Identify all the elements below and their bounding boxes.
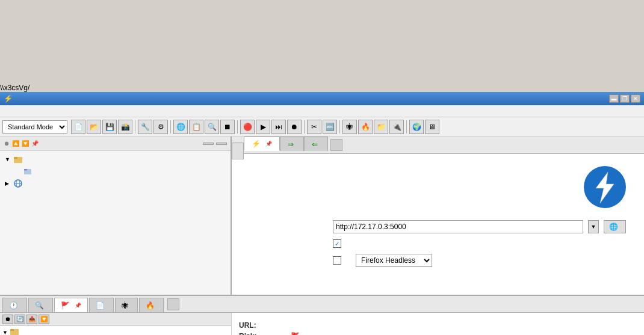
scan-policy-btn[interactable]: 📋 — [189, 120, 203, 134]
spider-btn[interactable]: 🕷 — [342, 120, 357, 134]
tab-active-scan[interactable]: 🔥 — [139, 298, 164, 312]
alert-detail-panel: URL: Risk: 🚩 Confidence: Parameter: — [232, 313, 644, 335]
active-scan-btn[interactable]: 🔍 — [205, 120, 219, 134]
sites-circle-btn[interactable]: ⏺ — [4, 140, 10, 147]
tab-quick-start[interactable]: ⚡ 📌 — [244, 137, 280, 151]
toolbar-sep-5 — [339, 120, 340, 134]
alerts-folder-icon — [10, 327, 19, 335]
browser-dropdown[interactable]: Firefox Headless Chrome Headless Firefox… — [356, 254, 432, 267]
url-row: ▼ 🌐 — [250, 220, 626, 233]
encode-btn[interactable]: 🔤 — [323, 120, 337, 134]
select-btn[interactable]: 🌐 — [604, 220, 626, 233]
tab-response[interactable]: ⇐ — [304, 137, 328, 151]
ajax-spider-btn[interactable]: 🔥 — [358, 120, 373, 134]
manual-explore-btn[interactable]: 🌐 — [173, 120, 188, 134]
close-button[interactable]: ✕ — [631, 94, 640, 103]
spider-icon: 🕷 — [122, 301, 129, 310]
menu-help[interactable] — [60, 110, 67, 112]
sites-globe-icon — [13, 179, 23, 188]
bottom-content: ⏺ 🔄 📤 🔽 ▼ — [0, 313, 644, 335]
tab-request[interactable]: ⇒ — [280, 137, 304, 151]
alerts-filter-btn[interactable]: 🔽 — [39, 315, 49, 324]
new-session-btn[interactable]: 📄 — [71, 120, 85, 134]
tab-output[interactable]: 📄 — [89, 298, 114, 312]
main-toolbar: Standard Mode Safe Mode Protected Mode A… — [0, 117, 644, 137]
tree-sites-group[interactable]: ▶ — [2, 177, 228, 189]
contexts-folder-icon — [13, 155, 23, 164]
tab-spider[interactable]: 🕷 — [115, 298, 138, 312]
continue-btn[interactable]: ▶ — [256, 120, 270, 134]
break-btn[interactable]: 🔴 — [240, 120, 255, 134]
sites-collapse-btn[interactable]: 🔽 — [22, 140, 29, 147]
quick-start-pin-icon: 📌 — [265, 141, 272, 147]
active-scan-icon: 🔥 — [146, 301, 155, 310]
sites-dock-btn[interactable]: 📌 — [31, 140, 39, 147]
detail-url-label: URL: — [239, 321, 287, 330]
alerts-group-header[interactable]: ▼ — [0, 326, 231, 335]
maximize-button[interactable]: ❐ — [620, 94, 630, 103]
alerts-export-btn[interactable]: 📤 — [26, 315, 37, 324]
svg-rect-10 — [10, 329, 14, 331]
quick-start-icon: ⚡ — [252, 140, 261, 148]
url-dropdown-btn[interactable]: ▼ — [588, 220, 599, 233]
bottom-section: 🕐 🔍 🚩 📌 📄 🕷 🔥 — [0, 295, 644, 335]
alerts-group-arrow: ▼ — [2, 330, 8, 336]
menu-analyse[interactable] — [24, 110, 31, 112]
bottom-tabs-add-btn[interactable] — [167, 298, 179, 310]
detail-url-value — [291, 321, 637, 330]
forced-browse-btn[interactable]: 📁 — [374, 120, 388, 134]
title-bar-controls[interactable]: ▬ ❐ ✕ — [609, 94, 640, 103]
ajax-spider-checkbox[interactable] — [333, 256, 341, 265]
select-globe-icon: 🌐 — [609, 223, 618, 231]
url-input[interactable] — [333, 220, 583, 233]
traditional-spider-checkbox[interactable] — [333, 239, 341, 248]
tree-default-context[interactable] — [2, 165, 228, 177]
tab-history[interactable]: 🕐 — [2, 298, 27, 312]
open-session-btn[interactable]: 📂 — [87, 120, 101, 134]
hud-btn[interactable]: 🖥 — [425, 120, 439, 134]
toolbar-sep-2 — [170, 120, 171, 134]
menu-import[interactable] — [46, 110, 53, 112]
minimize-button[interactable]: ▬ — [609, 94, 619, 103]
sites-expand-btn[interactable]: 🔼 — [12, 140, 19, 147]
menu-report[interactable] — [31, 110, 39, 112]
tab-alerts[interactable]: 🚩 📌 — [54, 298, 88, 312]
menu-file[interactable] — [2, 110, 10, 112]
browser-btn[interactable]: 🌍 — [409, 120, 424, 134]
alerts-refresh-btn[interactable]: 🔄 — [14, 315, 25, 324]
alerts-flag-icon: 🚩 — [61, 301, 70, 310]
tree-contexts-group[interactable]: ▼ — [2, 153, 228, 165]
disable-break-btn[interactable]: ⏺ — [287, 120, 302, 134]
scan-content-area: ▼ 🌐 Firefox Headless Chr — [232, 154, 644, 295]
stop-btn[interactable]: ⏹ — [220, 120, 235, 134]
menu-edit[interactable] — [10, 110, 17, 112]
snapshot-btn[interactable]: 📸 — [118, 120, 132, 134]
alerts-cycle-btn[interactable]: ⏺ — [2, 315, 13, 324]
step-btn[interactable]: ⏭ — [271, 120, 286, 134]
alerts-toolbar: ⏺ 🔄 📤 🔽 — [0, 313, 231, 326]
sites-add-btn[interactable] — [216, 143, 227, 145]
detail-risk-value: 🚩 — [291, 332, 637, 335]
contexts-arrow: ▼ — [5, 156, 11, 162]
mode-dropdown[interactable]: Standard Mode Safe Mode Protected Mode A… — [2, 120, 67, 134]
detail-url-row: URL: — [239, 321, 637, 330]
history-icon: 🕐 — [9, 301, 18, 310]
menu-tools[interactable] — [39, 110, 46, 112]
sites-tab[interactable] — [203, 143, 214, 145]
save-session-btn[interactable]: 💾 — [102, 120, 117, 134]
zap-logo — [584, 166, 626, 208]
detail-risk-label: Risk: — [239, 332, 287, 335]
port-scan-btn[interactable]: 🔌 — [389, 120, 404, 134]
session-props-btn[interactable]: 🔧 — [138, 120, 152, 134]
right-tabs-add-btn[interactable] — [330, 139, 342, 151]
menu-online[interactable] — [53, 110, 60, 112]
default-context-icon — [23, 167, 33, 176]
tab-search[interactable]: 🔍 — [28, 298, 53, 312]
traditional-spider-row — [250, 239, 626, 248]
fuzz-btn[interactable]: ✂ — [307, 120, 321, 134]
alerts-pin-icon: 📌 — [75, 303, 81, 309]
alerts-tree: ▼ 🚩 🚩 — [0, 326, 231, 335]
options-btn[interactable]: ⚙ — [153, 120, 168, 134]
menu-view[interactable] — [17, 110, 24, 112]
title-bar: ⚡ ▬ ❐ ✕ — [0, 92, 644, 105]
